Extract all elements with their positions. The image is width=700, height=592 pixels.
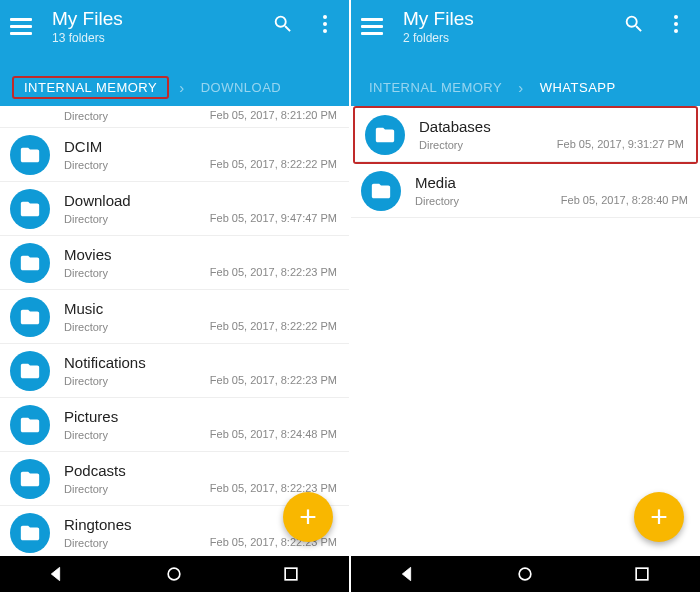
list-item[interactable]: DownloadDirectoryFeb 05, 2017, 9:47:47 P… (0, 182, 349, 236)
item-type: Directory (64, 374, 108, 388)
item-type: Directory (64, 320, 108, 334)
folder-count: 2 folders (403, 30, 622, 46)
item-name: Music (64, 300, 337, 318)
folder-icon (365, 115, 405, 155)
title-block: My Files 2 folders (403, 8, 622, 46)
folder-icon (10, 513, 50, 553)
android-navbar (0, 556, 349, 592)
breadcrumb: INTERNAL MEMORY › WHATSAPP (351, 68, 700, 106)
item-name: DCIM (64, 138, 337, 156)
add-button[interactable]: + (634, 492, 684, 542)
item-date: Feb 05, 2017, 8:21:20 PM (210, 109, 337, 121)
recents-button[interactable] (277, 560, 305, 588)
app-title: My Files (403, 8, 622, 30)
folder-icon (10, 189, 50, 229)
chevron-right-icon: › (179, 79, 185, 96)
highlight-internal-memory: INTERNAL MEMORY (12, 76, 169, 99)
item-type: Directory (64, 428, 108, 442)
search-icon[interactable] (271, 12, 295, 36)
item-name: Media (415, 174, 688, 192)
add-button[interactable]: + (283, 492, 333, 542)
hamburger-icon[interactable] (10, 12, 38, 40)
list-item-partial[interactable]: Directory Feb 05, 2017, 8:21:20 PM (0, 106, 349, 128)
item-type: Directory (64, 536, 108, 550)
item-name: Pictures (64, 408, 337, 426)
folder-list[interactable]: DatabasesDirectoryFeb 05, 2017, 9:31:27 … (351, 106, 700, 556)
item-name: Databases (419, 118, 684, 136)
folder-icon (10, 135, 50, 175)
home-button[interactable] (511, 560, 539, 588)
list-item[interactable]: MediaDirectoryFeb 05, 2017, 8:28:40 PM (351, 164, 700, 218)
item-type: Directory (415, 194, 459, 208)
item-date: Feb 05, 2017, 8:28:40 PM (561, 194, 688, 206)
screen-internal-memory: My Files 13 folders INTERNAL MEMORY › DO… (0, 0, 349, 592)
list-item[interactable]: MoviesDirectoryFeb 05, 2017, 8:22:23 PM (0, 236, 349, 290)
item-date: Feb 05, 2017, 8:22:23 PM (210, 266, 337, 278)
item-type: Directory (64, 212, 108, 226)
overflow-icon[interactable] (664, 12, 688, 36)
recents-button[interactable] (628, 560, 656, 588)
item-date: Feb 05, 2017, 8:24:48 PM (210, 428, 337, 440)
svg-rect-3 (636, 568, 648, 580)
item-date: Feb 05, 2017, 8:22:22 PM (210, 158, 337, 170)
item-date: Feb 05, 2017, 8:22:22 PM (210, 320, 337, 332)
highlight-box: DatabasesDirectoryFeb 05, 2017, 9:31:27 … (353, 106, 698, 164)
crumb-internal-memory[interactable]: INTERNAL MEMORY (363, 76, 508, 99)
app-bar: My Files 2 folders (351, 0, 700, 68)
item-type: Directory (64, 109, 108, 123)
folder-icon (10, 405, 50, 445)
appbar-actions (271, 12, 337, 36)
home-button[interactable] (160, 560, 188, 588)
svg-point-0 (169, 568, 181, 580)
item-date: Feb 05, 2017, 8:22:23 PM (210, 374, 337, 386)
folder-icon (10, 243, 50, 283)
item-name: Notifications (64, 354, 337, 372)
item-type: Directory (64, 482, 108, 496)
item-name: Movies (64, 246, 337, 264)
back-button[interactable] (44, 560, 72, 588)
folder-count: 13 folders (52, 30, 271, 46)
item-type: Directory (64, 266, 108, 280)
svg-rect-1 (285, 568, 297, 580)
back-button[interactable] (395, 560, 423, 588)
list-item[interactable]: DatabasesDirectoryFeb 05, 2017, 9:31:27 … (355, 108, 696, 162)
overflow-icon[interactable] (313, 12, 337, 36)
app-title: My Files (52, 8, 271, 30)
folder-list[interactable]: Directory Feb 05, 2017, 8:21:20 PM DCIMD… (0, 106, 349, 556)
crumb-internal-memory[interactable]: INTERNAL MEMORY (18, 76, 163, 99)
folder-icon (10, 459, 50, 499)
android-navbar (351, 556, 700, 592)
crumb-whatsapp[interactable]: WHATSAPP (534, 76, 622, 99)
item-name: Podcasts (64, 462, 337, 480)
breadcrumb: INTERNAL MEMORY › DOWNLOAD (0, 68, 349, 106)
svg-point-2 (520, 568, 532, 580)
list-item[interactable]: NotificationsDirectoryFeb 05, 2017, 8:22… (0, 344, 349, 398)
list-item[interactable]: DCIMDirectoryFeb 05, 2017, 8:22:22 PM (0, 128, 349, 182)
folder-icon (10, 297, 50, 337)
crumb-download[interactable]: DOWNLOAD (195, 76, 288, 99)
folder-icon (10, 351, 50, 391)
app-bar: My Files 13 folders (0, 0, 349, 68)
item-date: Feb 05, 2017, 9:47:47 PM (210, 212, 337, 224)
hamburger-icon[interactable] (361, 12, 389, 40)
item-date: Feb 05, 2017, 8:22:23 PM (210, 482, 337, 494)
appbar-actions (622, 12, 688, 36)
item-type: Directory (419, 138, 463, 152)
screen-whatsapp: My Files 2 folders INTERNAL MEMORY › WHA… (351, 0, 700, 592)
item-date: Feb 05, 2017, 9:31:27 PM (557, 138, 684, 150)
list-item[interactable]: MusicDirectoryFeb 05, 2017, 8:22:22 PM (0, 290, 349, 344)
item-name: Download (64, 192, 337, 210)
search-icon[interactable] (622, 12, 646, 36)
chevron-right-icon: › (518, 79, 524, 96)
title-block: My Files 13 folders (52, 8, 271, 46)
item-type: Directory (64, 158, 108, 172)
list-item[interactable]: PicturesDirectoryFeb 05, 2017, 8:24:48 P… (0, 398, 349, 452)
folder-icon (361, 171, 401, 211)
